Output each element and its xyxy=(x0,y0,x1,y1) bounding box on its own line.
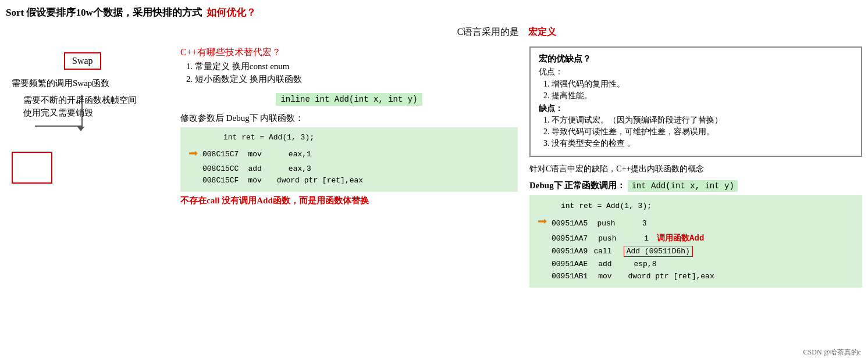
desc3-label: 使用完又需要销毁 xyxy=(23,107,93,119)
right-code-line1: int ret = Add(1, 3); xyxy=(561,200,854,212)
con2: 2. 导致代码可读性差，可维护性差，容易误用。 xyxy=(543,127,853,137)
code-row1: ⮕ 008C15C7 mov eax,1 xyxy=(188,146,510,163)
cpp-item2: 2. 短小函数定义 换用内联函数 xyxy=(186,74,518,85)
watermark: CSDN @哈茶真的c xyxy=(803,347,861,357)
title-part1: Sort 假设要排序10w个数据，采用快排的方式 xyxy=(6,6,202,19)
debug-right-row: Debug下 正常函数调用： int Add(int x, int y) xyxy=(529,180,862,192)
no-call-note: 不存在call 没有调用Add函数，而是用函数体替换 xyxy=(180,195,518,206)
right-code-row1: ⮕ 00951AA5 push 3 xyxy=(538,214,854,232)
right-code-block: int ret = Add(1, 3); ⮕ 00951AA5 push 3 0… xyxy=(529,195,862,288)
call-func-label: 调用函数Add xyxy=(657,232,704,245)
inline-code: inline int Add(int x, int y) xyxy=(276,93,422,106)
swap-box: Swap xyxy=(64,52,101,70)
pro1: 1. 增强代码的复用性。 xyxy=(543,79,853,89)
swap-label: Swap xyxy=(72,56,93,66)
line2-black: C语言采用的是 xyxy=(457,27,520,37)
debug-label: 修改参数后 Debug下 内联函数： xyxy=(180,113,518,124)
cpp-item1: 1. 常量定义 换用const enum xyxy=(186,61,518,72)
pros-cons-box: 宏的优缺点？ 优点： 1. 增强代码的复用性。 2. 提高性能。 缺点： 1. … xyxy=(529,46,862,157)
right-panel: 宏的优缺点？ 优点： 1. 增强代码的复用性。 2. 提高性能。 缺点： 1. … xyxy=(518,46,862,288)
page-container: Sort 假设要排序10w个数据，采用快排的方式 如何优化？ C语言采用的是 宏… xyxy=(0,0,868,362)
right-code-row5: 00951AB1 mov dword ptr [ret],eax xyxy=(552,270,854,282)
con1: 1. 不方便调试宏。（因为预编译阶段进行了替换） xyxy=(543,115,853,126)
orange-arrow-icon: ⮕ xyxy=(188,146,199,163)
pros-label: 优点： xyxy=(539,67,853,77)
middle-panel: C++有哪些技术替代宏？ 1. 常量定义 换用const enum 2. 短小函… xyxy=(169,46,518,206)
left-panel: Swap 需要频繁的调用Swap函数 需要不断的开辟函数栈帧空间 使用完又需要销… xyxy=(6,46,169,184)
middle-code-block: int ret = Add(1, 3); ⮕ 008C15C7 mov eax,… xyxy=(180,127,518,192)
right-orange-arrow-icon: ⮕ xyxy=(538,214,548,232)
code-row2: 008C15CC add eax,3 xyxy=(202,163,510,175)
call-box: Add (09511D6h) xyxy=(624,246,693,257)
main-layout: Swap 需要频繁的调用Swap函数 需要不断的开辟函数栈帧空间 使用完又需要销… xyxy=(6,46,862,288)
box-title: 宏的优缺点？ xyxy=(539,53,853,64)
arrow-section: 需要不断的开辟函数栈帧空间 使用完又需要销毁 xyxy=(23,95,169,147)
bottom-empty-box xyxy=(12,152,52,184)
desc2-label: 需要不断的开辟函数栈帧空间 xyxy=(23,95,137,106)
code-line1: int ret = Add(1, 3); xyxy=(223,132,510,144)
right-code-row4: 00951AAE add esp,8 xyxy=(552,258,854,270)
line2-red: 宏定义 xyxy=(528,27,556,37)
title-row: Sort 假设要排序10w个数据，采用快排的方式 如何优化？ xyxy=(6,6,862,19)
code-row3: 008C15CF mov dword ptr [ret],eax xyxy=(202,175,510,187)
right-code-row3: 00951AA9 call Add (09511D6h) xyxy=(552,245,854,257)
debug-right-label: Debug下 正常函数调用： xyxy=(529,180,625,191)
debug-inline-code: int Add(int x, int y) xyxy=(628,180,737,192)
arrow-h-line xyxy=(35,126,83,127)
right-note: 针对C语言中宏的缺陷，C++提出内联函数的概念 xyxy=(529,164,862,174)
arrow-down-head xyxy=(77,127,84,131)
cpp-title: C++有哪些技术替代宏？ xyxy=(180,46,518,59)
swap-desc: 需要频繁的调用Swap函数 xyxy=(12,78,169,89)
cons-label: 缺点： xyxy=(539,103,853,114)
con3: 3. 没有类型安全的检查 。 xyxy=(543,138,853,149)
title-part2: 如何优化？ xyxy=(207,6,256,19)
right-code-row2: 00951AA7 push 1 调用函数Add xyxy=(538,232,854,245)
pro2: 2. 提高性能。 xyxy=(543,91,853,101)
line2: C语言采用的是 宏定义 xyxy=(151,26,862,38)
